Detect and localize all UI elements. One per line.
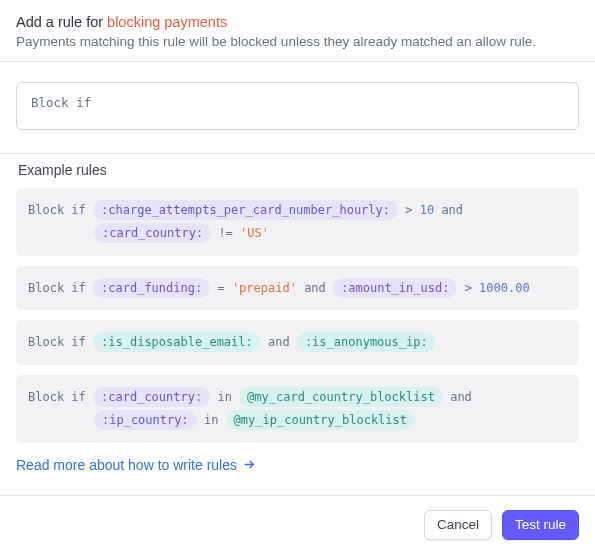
- attribute-pill: :card_funding:: [93, 278, 210, 298]
- keyword: and: [434, 203, 463, 217]
- attribute-pill: :is_anonymous_ip:: [297, 332, 436, 352]
- dialog-title: Add a rule for blocking payments: [16, 14, 579, 30]
- keyword: in: [197, 413, 226, 427]
- attribute-pill: :card_country:: [94, 223, 211, 243]
- keyword: and: [261, 335, 297, 349]
- dialog-header: Add a rule for blocking payments Payment…: [0, 0, 595, 61]
- number-literal: 10: [420, 203, 434, 217]
- dialog-footer: Cancel Test rule: [0, 495, 595, 558]
- rule-input[interactable]: Block if: [16, 82, 579, 130]
- string-literal: 'prepaid': [232, 281, 297, 295]
- keyword: >: [398, 203, 420, 217]
- attribute-pill: :charge_attempts_per_card_number_hourly:: [93, 200, 398, 220]
- link-text: Read more about how to write rules: [16, 457, 237, 473]
- keyword: !=: [211, 226, 240, 240]
- read-more-link[interactable]: Read more about how to write rules: [16, 457, 256, 473]
- test-rule-button[interactable]: Test rule: [502, 510, 579, 540]
- arrow-right-icon: [243, 458, 256, 471]
- rule-prefix: Block if: [28, 390, 93, 404]
- number-literal: 1000.00: [479, 281, 530, 295]
- examples-section: Example rules Block if :charge_attempts_…: [0, 154, 595, 495]
- attribute-pill: :amount_in_usd:: [333, 278, 457, 298]
- attribute-pill: :ip_country:: [94, 410, 197, 430]
- example-rule[interactable]: Block if :is_disposable_email: and :is_a…: [16, 320, 579, 365]
- dialog-subtitle: Payments matching this rule will be bloc…: [16, 34, 579, 49]
- keyword: =: [210, 281, 232, 295]
- example-rule[interactable]: Block if :charge_attempts_per_card_numbe…: [16, 188, 579, 256]
- example-rule[interactable]: Block if :card_country: in @my_card_coun…: [16, 375, 579, 443]
- rule-prefix: Block if: [28, 203, 93, 217]
- example-rule[interactable]: Block if :card_funding: = 'prepaid' and …: [16, 266, 579, 311]
- rule-prefix: Block if: [28, 281, 93, 295]
- keyword: in: [210, 390, 239, 404]
- cancel-button[interactable]: Cancel: [424, 510, 492, 540]
- keyword: and: [443, 390, 472, 404]
- rule-prefix: Block if: [28, 335, 93, 349]
- attribute-pill: :card_country:: [93, 387, 210, 407]
- attribute-pill: :is_disposable_email:: [93, 332, 261, 352]
- examples-title: Example rules: [18, 162, 579, 178]
- keyword: and: [297, 281, 333, 295]
- title-accent: blocking payments: [107, 14, 227, 30]
- keyword: >: [457, 281, 479, 295]
- string-literal: 'US': [240, 226, 269, 240]
- list-pill: @my_card_country_blocklist: [239, 387, 443, 407]
- list-pill: @my_ip_country_blocklist: [226, 410, 415, 430]
- title-prefix: Add a rule for: [16, 14, 107, 30]
- rule-input-area: Block if: [0, 62, 595, 153]
